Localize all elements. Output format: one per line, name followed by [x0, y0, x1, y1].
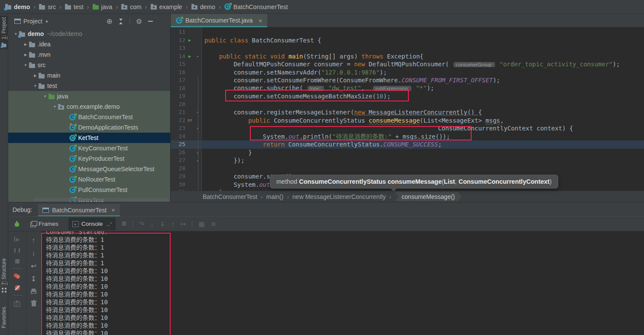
breadcrumb-item-example[interactable]: example: [150, 3, 183, 10]
editor-breadcrumb-2[interactable]: main(): [266, 193, 284, 200]
code-line-28: 28: [171, 165, 644, 173]
tree-item-test[interactable]: ▼test: [8, 81, 170, 91]
debug-actions-column: ▶: [8, 231, 26, 335]
breadcrumb-item-demo[interactable]: demo: [191, 3, 216, 10]
evaluate-expression-icon[interactable]: ▦: [198, 221, 204, 227]
project-tree: ▼demo~/code/demo▶.idea▶.mvn▼src▶main▼tes…: [8, 29, 170, 202]
overriding-method-icon[interactable]: o↑: [187, 117, 192, 123]
tree-item-label: .mvn: [38, 51, 51, 58]
expand-arrow-icon[interactable]: ▼: [32, 84, 39, 88]
expand-arrow-icon[interactable]: ▶: [23, 42, 29, 46]
pin-icon[interactable]: →▪: [105, 220, 112, 228]
editor-tab-batchconsumertest[interactable]: C BatchConsumerTest.java ×: [171, 14, 267, 27]
console-output[interactable]: Consumer Started.待消息消费的条数：1待消息消费的条数：1待消息…: [41, 231, 644, 335]
expand-arrow-icon[interactable]: ▼: [23, 63, 29, 67]
project-panel-header: Project ▼ ⊕ ⚙: [8, 14, 170, 29]
settings-gear-icon[interactable]: ⚙: [136, 18, 142, 25]
tree-item-com.example.demo[interactable]: ▼com.example.demo: [8, 101, 170, 112]
project-view-icon: [14, 19, 21, 24]
breadcrumb-item-com[interactable]: com: [120, 3, 142, 10]
breadcrumb-item-java[interactable]: java: [92, 3, 113, 10]
sidebar-tab-structure[interactable]: 7: Structure: [0, 257, 8, 294]
up-arrow-icon[interactable]: ↑: [32, 237, 36, 243]
step-over-icon[interactable]: ↷: [139, 221, 145, 227]
tree-item-main[interactable]: ▶main: [8, 70, 170, 81]
mute-breakpoints-icon[interactable]: [15, 285, 20, 290]
print-icon[interactable]: [31, 290, 36, 294]
sidebar-tab-project[interactable]: 1: Project: [0, 16, 8, 49]
line-number: 20: [171, 101, 185, 109]
resume-icon[interactable]: ▶: [14, 237, 19, 242]
expand-arrow-icon[interactable]: ▶: [23, 53, 29, 57]
locate-file-icon[interactable]: ⊕: [106, 18, 112, 25]
soft-wrap-icon[interactable]: ↩: [31, 263, 36, 269]
toolbar-divider: [133, 221, 133, 228]
tree-item-NoRouterTest[interactable]: CNoRouterTest: [8, 174, 170, 185]
gutter-marker: o↑: [185, 117, 194, 125]
restore-layout-icon[interactable]: ≋: [211, 221, 217, 227]
tree-item-BatchConsumerTest[interactable]: CBatchConsumerTest: [8, 112, 170, 122]
collapse-all-icon[interactable]: [119, 19, 123, 24]
debug-session-tab[interactable]: BatchConsumerTest ×: [38, 204, 120, 216]
tree-item-src[interactable]: ▼src: [8, 60, 170, 70]
view-breakpoints-icon[interactable]: [14, 273, 20, 279]
breadcrumb-label: com: [130, 3, 141, 10]
sidebar-tab-structure-label: 7: Structure: [1, 258, 7, 285]
tree-item-PullConsumerTest[interactable]: CPullConsumerTest: [8, 185, 170, 195]
gutter-marker: ▶: [185, 36, 194, 45]
clear-console-icon[interactable]: [32, 302, 36, 306]
layout-menu-icon[interactable]: ≡: [122, 221, 126, 227]
code-line-12: 12▶public class BatchConsumerTest {: [171, 36, 644, 45]
editor-breadcrumb-3[interactable]: new MessageListenerConcurrently: [292, 193, 386, 200]
scroll-to-end-icon[interactable]: ↧: [31, 276, 36, 282]
stop-icon[interactable]: [15, 259, 19, 263]
screenshot-icon[interactable]: [14, 302, 20, 307]
tree-item-DemoApplicationTests[interactable]: CDemoApplicationTests: [8, 122, 170, 133]
fold-marker-icon[interactable]: ▾: [194, 52, 201, 61]
tree-item-KeyProducerTest[interactable]: CKeyProducerTest: [8, 153, 170, 164]
tree-item-MessageQueueSelectorTest[interactable]: CMessageQueueSelectorTest: [8, 164, 170, 174]
close-icon[interactable]: ×: [111, 207, 115, 214]
step-into-icon[interactable]: ↓: [150, 221, 154, 227]
step-out-icon[interactable]: ↑: [171, 221, 175, 227]
expand-arrow-icon[interactable]: ▼: [42, 94, 49, 98]
breadcrumb-item-src[interactable]: src: [38, 3, 57, 10]
tree-item-demo[interactable]: ▼demo~/code/demo: [8, 29, 170, 39]
close-icon[interactable]: ×: [259, 17, 262, 24]
breadcrumb-item-test[interactable]: test: [64, 3, 84, 10]
run-to-cursor-icon[interactable]: ↦: [181, 221, 186, 227]
tree-item-KetTest[interactable]: CKetTest: [8, 133, 170, 143]
tree-item-java[interactable]: ▼java: [8, 91, 170, 101]
console-line: 待消息消费的条数：1: [46, 259, 644, 267]
tree-item-label: src: [38, 62, 46, 68]
run-test-icon[interactable]: ▶: [188, 54, 191, 59]
sidebar-tab-favorites[interactable]: Favorites: [0, 305, 8, 330]
chevron-down-icon[interactable]: ▼: [45, 20, 49, 24]
console-line: 待消息消费的条数：10: [46, 322, 644, 329]
editor-breadcrumb-1[interactable]: BatchConsumerTest: [203, 193, 257, 200]
pause-icon[interactable]: [14, 248, 20, 253]
breadcrumb-item-BatchConsumerTest[interactable]: CBatchConsumerTest: [223, 3, 289, 10]
frames-icon: [30, 222, 36, 227]
hide-panel-icon[interactable]: [148, 21, 153, 22]
expand-arrow-icon[interactable]: ▶: [32, 74, 39, 78]
tree-item-.mvn[interactable]: ▶.mvn: [8, 49, 170, 60]
code-area[interactable]: 1112▶public class BatchConsumerTest {131…: [171, 27, 644, 191]
expand-arrow-icon[interactable]: ▼: [52, 105, 58, 109]
horizontal-scrollbar[interactable]: [33, 198, 168, 201]
editor-breadcrumb-4[interactable]: consumeMessage(): [395, 192, 462, 202]
line-number: 18: [171, 85, 185, 93]
force-step-into-icon[interactable]: ⇓: [160, 221, 165, 227]
line-number: 21: [171, 108, 185, 117]
breadcrumb-separator: ›: [116, 3, 118, 10]
run-test-icon[interactable]: ▶: [188, 38, 191, 42]
tab-frames[interactable]: Frames: [26, 218, 62, 229]
breadcrumb-item-demo[interactable]: demo: [4, 3, 31, 10]
tree-item-KeyConsumerTest[interactable]: CKeyConsumerTest: [8, 143, 170, 153]
tree-item-.idea[interactable]: ▶.idea: [8, 39, 170, 49]
down-arrow-icon[interactable]: ↓: [32, 250, 36, 256]
tab-console[interactable]: ▸ Console →▪: [68, 218, 116, 230]
tree-item-label: DemoApplicationTests: [78, 124, 139, 131]
code-text: });: [201, 156, 245, 165]
code-line-23: 23▾ ConsumeConcurrentlyContext context) …: [171, 124, 644, 133]
